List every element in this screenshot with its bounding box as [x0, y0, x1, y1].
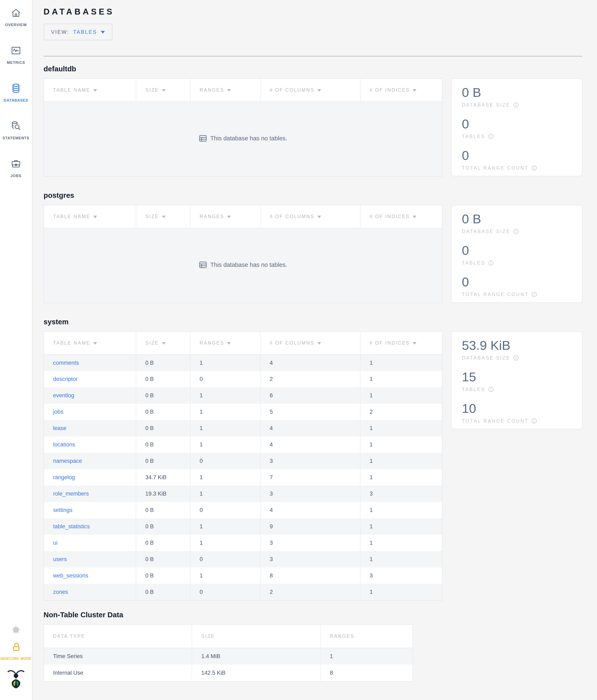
column-header--of-indices[interactable]: # OF INDICES — [360, 332, 442, 355]
cell-indices: 1 — [360, 371, 442, 387]
main-content: DATABASES VIEW: TABLES defaultdbTABLE NA… — [32, 0, 597, 700]
stat-label: TABLES — [462, 260, 485, 266]
insecure-mode-label: INSECURE MODE — [1, 657, 31, 660]
cockroach-logo — [7, 669, 25, 690]
table-name-link[interactable]: settings — [53, 507, 72, 513]
cell-indices: 1 — [360, 355, 442, 371]
column-header--of-columns[interactable]: # OF COLUMNS — [260, 332, 360, 355]
info-icon[interactable] — [513, 355, 519, 360]
database-stats-card-postgres: 0 BDATABASE SIZE0TABLES0TOTAL RANGE COUN… — [451, 205, 582, 303]
empty-message: This database has no tables. — [210, 135, 287, 142]
table-name-link[interactable]: rangelog — [53, 474, 75, 480]
database-section-system: systemTABLE NAMESIZERANGES# OF COLUMNS# … — [44, 317, 582, 601]
stat-label: DATABASE SIZE — [462, 228, 510, 234]
column-header-size[interactable]: SIZE — [136, 332, 190, 355]
info-icon[interactable] — [531, 165, 537, 171]
table-name-link[interactable]: comments — [53, 360, 79, 366]
table-row: users0 B031 — [44, 551, 442, 568]
info-icon[interactable] — [531, 418, 537, 424]
cell-table-name: jobs — [44, 404, 136, 420]
tables-table-postgres: TABLE NAMESIZERANGES# OF COLUMNS# OF IND… — [44, 205, 442, 303]
stat-label: TOTAL RANGE COUNT — [462, 165, 528, 171]
column-header-ranges[interactable]: RANGES — [190, 205, 260, 228]
table-row: lease0 B141 — [44, 420, 442, 436]
stat-tables: 0TABLES — [462, 243, 572, 266]
info-icon[interactable] — [488, 260, 494, 266]
cell-table-name: zones — [44, 584, 136, 600]
sidebar-item-statements[interactable]: STATEMENTS — [2, 121, 29, 140]
table-name-link[interactable]: jobs — [53, 409, 63, 415]
non-table-column-header-ranges: RANGES — [320, 625, 413, 648]
table-name-link[interactable]: lease — [53, 425, 67, 431]
sort-caret-icon — [317, 216, 321, 218]
column-header-size[interactable]: SIZE — [136, 205, 190, 228]
non-table-cluster-data-section: Non-Table Cluster Data DATA TYPESIZERANG… — [44, 610, 582, 681]
table-name-link[interactable]: ui — [53, 540, 57, 546]
cell-table-name: namespace — [44, 453, 136, 469]
cell-ranges: 1 — [190, 404, 260, 420]
column-header-ranges[interactable]: RANGES — [190, 79, 260, 102]
info-icon[interactable] — [488, 387, 494, 392]
table-name-link[interactable]: namespace — [53, 458, 82, 464]
stat-value: 15 — [462, 370, 572, 384]
settings-button[interactable] — [11, 625, 21, 636]
cell-columns: 9 — [260, 518, 360, 535]
stat-value: 10 — [462, 401, 572, 416]
info-icon[interactable] — [488, 134, 494, 139]
sidebar-item-jobs[interactable]: JOBS — [10, 158, 21, 178]
stat-size: 0 BDATABASE SIZE — [462, 211, 572, 234]
stat-ranges: 0TOTAL RANGE COUNT — [462, 148, 572, 171]
table-name-link[interactable]: role_members — [53, 491, 89, 497]
column-header--of-indices[interactable]: # OF INDICES — [360, 205, 442, 228]
stat-label: TOTAL RANGE COUNT — [462, 292, 528, 297]
column-header-table-name[interactable]: TABLE NAME — [44, 205, 136, 228]
cell-ranges: 1 — [190, 420, 260, 436]
cell-indices: 2 — [360, 404, 442, 420]
sidebar-item-overview[interactable]: OVERVIEW — [5, 7, 27, 27]
cell-table-name: lease — [44, 420, 136, 436]
table-name-link[interactable]: locations — [53, 442, 75, 448]
view-dropdown[interactable]: VIEW: TABLES — [44, 24, 112, 40]
cell-indices: 1 — [360, 551, 442, 568]
cell-indices: 3 — [360, 485, 442, 502]
cell-size: 19.3 KiB — [136, 485, 190, 502]
table-row: zones0 B021 — [44, 584, 442, 600]
page-title: DATABASES — [44, 6, 582, 17]
info-icon[interactable] — [513, 102, 519, 108]
database-stats-card-defaultdb: 0 BDATABASE SIZE0TABLES0TOTAL RANGE COUN… — [451, 78, 582, 176]
sidebar-item-metrics[interactable]: METRICS — [7, 45, 25, 65]
stat-value: 0 — [462, 275, 572, 290]
cell-size: 0 B — [136, 551, 190, 568]
insecure-mode[interactable]: INSECURE MODE — [1, 641, 31, 660]
table-name-link[interactable]: zones — [53, 589, 68, 595]
column-header-ranges[interactable]: RANGES — [190, 332, 260, 355]
column-header-table-name[interactable]: TABLE NAME — [44, 332, 136, 355]
table-name-link[interactable]: users — [53, 556, 67, 562]
info-icon[interactable] — [513, 229, 519, 234]
column-header-size[interactable]: SIZE — [136, 79, 190, 102]
cell-indices: 1 — [360, 453, 442, 469]
cell-size: 142.5 KiB — [192, 665, 320, 681]
sort-caret-icon — [93, 216, 97, 218]
cell-table-name: locations — [44, 436, 136, 453]
info-icon[interactable] — [531, 292, 537, 297]
table-name-link[interactable]: descriptor — [53, 376, 78, 382]
column-header--of-columns[interactable]: # OF COLUMNS — [260, 205, 360, 228]
cell-columns: 2 — [260, 371, 360, 387]
column-header--of-columns[interactable]: # OF COLUMNS — [260, 79, 360, 102]
cell-size: 0 B — [136, 453, 190, 469]
sidebar: OVERVIEWMETRICSDATABASESSTATEMENTSJOBS — [0, 0, 32, 700]
sort-caret-icon — [227, 342, 231, 345]
column-header-table-name[interactable]: TABLE NAME — [44, 79, 136, 102]
view-dropdown-label: VIEW: — [51, 29, 69, 35]
table-name-link[interactable]: table_statistics — [53, 523, 90, 530]
open-lock-icon — [10, 641, 21, 654]
table-name-link[interactable]: web_sessions — [53, 573, 88, 579]
table-name-link[interactable]: eventlog — [53, 392, 74, 399]
sidebar-item-databases[interactable]: DATABASES — [4, 83, 28, 102]
table-row: rangelog34.7 KiB171 — [44, 469, 442, 485]
stat-size: 53.9 KiBDATABASE SIZE — [462, 338, 572, 361]
table-row: ui0 B131 — [44, 535, 442, 551]
non-table-row: Internal Use142.5 KiB8 — [44, 665, 413, 681]
column-header--of-indices[interactable]: # OF INDICES — [360, 79, 442, 102]
